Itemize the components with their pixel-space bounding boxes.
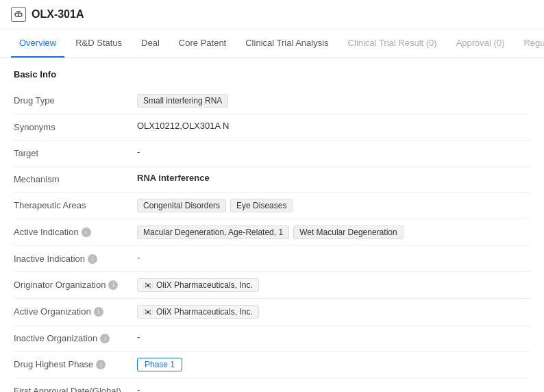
tab-overview[interactable]: Overview	[11, 29, 64, 58]
drug-icon	[11, 7, 26, 22]
active-org-value: 🇰🇷 OliX Pharmaceuticals, Inc.	[137, 305, 530, 319]
nav-tabs: Overview R&D Status Deal Core Patent Cli…	[0, 29, 544, 58]
therapeutic-areas-row: Therapeutic Areas Congenital Disorders E…	[14, 193, 530, 219]
inactive-indication-value: -	[137, 252, 530, 262]
first-approval-row: First Approval Date(Global) -	[14, 378, 530, 392]
tab-core-patent[interactable]: Core Patent	[171, 29, 234, 58]
therapeutic-areas-label: Therapeutic Areas	[14, 199, 137, 210]
basic-info-section-title: Basic Info	[14, 69, 530, 79]
originator-org-flag: 🇰🇷	[143, 281, 153, 290]
drug-type-value: Small interfering RNA	[137, 94, 530, 108]
inactive-org-value: -	[137, 332, 530, 342]
tab-clinical-trial-analysis[interactable]: Clinical Trial Analysis	[237, 29, 336, 58]
drug-type-label: Drug Type	[14, 94, 137, 106]
active-org-tag[interactable]: 🇰🇷 OliX Pharmaceuticals, Inc.	[137, 305, 259, 319]
active-org-info-icon[interactable]: i	[94, 307, 103, 317]
active-org-flag: 🇰🇷	[143, 308, 153, 317]
target-value: -	[137, 147, 530, 157]
active-indication-info-icon[interactable]: i	[82, 228, 91, 237]
drug-highest-phase-tag: Phase 1	[137, 358, 182, 371]
inactive-indication-info-icon[interactable]: i	[88, 254, 97, 264]
tab-clinical-trial-result: Clinical Trial Result (0)	[340, 29, 445, 58]
mechanism-value: RNA interference	[137, 173, 530, 183]
inactive-indication-label: Inactive Indication i	[14, 252, 137, 264]
therapeutic-area-tag-2: Eye Diseases	[230, 199, 293, 212]
originator-org-info-icon[interactable]: i	[108, 280, 118, 290]
active-indication-row: Active Indication i Macular Degeneration…	[14, 219, 530, 246]
drug-highest-phase-value: Phase 1	[137, 358, 530, 371]
first-approval-label: First Approval Date(Global)	[14, 384, 137, 392]
drug-highest-phase-label: Drug Highest Phase i	[14, 358, 137, 369]
active-indication-tag-1: Macular Degeneration, Age-Related, 1	[137, 225, 289, 239]
inactive-org-label: Inactive Organization i	[14, 332, 137, 343]
mechanism-row: Mechanism RNA interference	[14, 167, 530, 193]
originator-org-tag[interactable]: 🇰🇷 OliX Pharmaceuticals, Inc.	[137, 278, 259, 292]
page-header: OLX-301A	[0, 0, 544, 29]
active-org-row: Active Organization i 🇰🇷 OliX Pharmaceut…	[14, 299, 530, 326]
drug-highest-phase-row: Drug Highest Phase i Phase 1	[14, 352, 530, 378]
first-approval-value: -	[137, 384, 530, 392]
page-title: OLX-301A	[32, 8, 84, 21]
therapeutic-areas-value: Congenital Disorders Eye Diseases	[137, 199, 530, 212]
drug-type-row: Drug Type Small interfering RNA	[14, 88, 530, 114]
active-indication-label: Active Indication i	[14, 225, 137, 237]
synonyms-label: Synonyms	[14, 121, 137, 132]
tab-deal[interactable]: Deal	[133, 29, 168, 58]
mechanism-label: Mechanism	[14, 173, 137, 184]
drug-highest-phase-info-icon[interactable]: i	[96, 360, 106, 369]
active-org-label: Active Organization i	[14, 305, 137, 317]
originator-org-value: 🇰🇷 OliX Pharmaceuticals, Inc.	[137, 278, 530, 292]
inactive-indication-row: Inactive Indication i -	[14, 246, 530, 272]
therapeutic-area-tag-1: Congenital Disorders	[137, 199, 226, 212]
originator-org-label: Originator Organization i	[14, 278, 137, 290]
target-row: Target -	[14, 140, 530, 167]
tab-regulation: Regulation (0)	[515, 29, 544, 58]
active-indication-value: Macular Degeneration, Age-Related, 1 Wet…	[137, 225, 530, 239]
target-label: Target	[14, 147, 137, 158]
inactive-org-info-icon[interactable]: i	[100, 334, 110, 343]
inactive-org-row: Inactive Organization i -	[14, 326, 530, 352]
content-area: Basic Info Drug Type Small interfering R…	[0, 58, 544, 392]
tab-rd-status[interactable]: R&D Status	[67, 29, 130, 58]
active-indication-tag-2: Wet Macular Degeneration	[293, 225, 404, 239]
synonyms-value: OLX10212,OLX301A N	[137, 121, 530, 131]
synonyms-row: Synonyms OLX10212,OLX301A N	[14, 114, 530, 140]
originator-org-row: Originator Organization i 🇰🇷 OliX Pharma…	[14, 272, 530, 299]
drug-type-tag: Small interfering RNA	[137, 94, 228, 108]
tab-approval: Approval (0)	[448, 29, 513, 58]
